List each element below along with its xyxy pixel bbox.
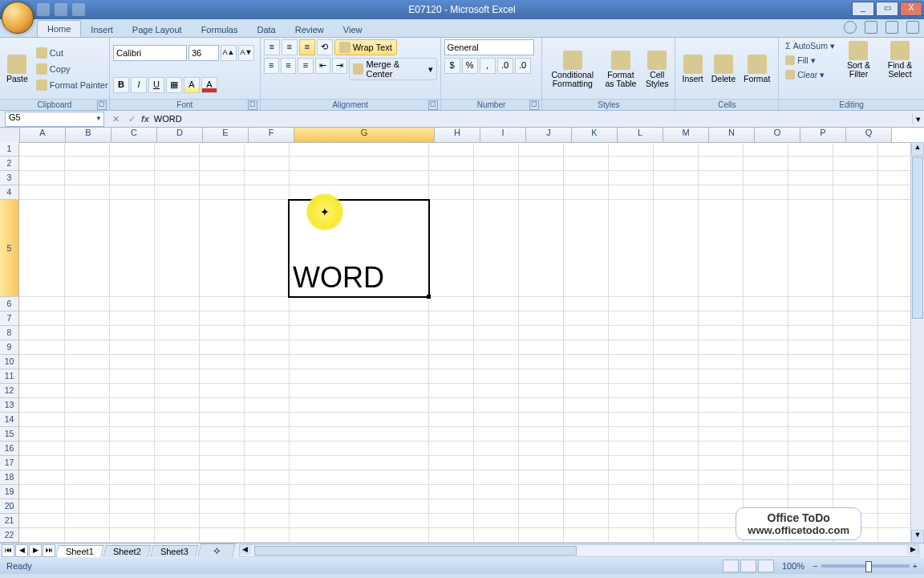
zoom-out-button[interactable]: −	[813, 561, 817, 571]
col-header-B[interactable]: B	[66, 128, 111, 142]
expand-formula-bar-button[interactable]: ▾	[912, 114, 924, 124]
font-name-input[interactable]	[113, 45, 187, 61]
col-header-I[interactable]: I	[480, 128, 526, 142]
row-header-20[interactable]: 20	[0, 499, 19, 514]
dialog-launcher-icon[interactable]: ▢	[97, 100, 107, 110]
close-button[interactable]: X	[900, 2, 922, 16]
shrink-font-button[interactable]: A▼	[238, 45, 254, 61]
percent-button[interactable]: %	[462, 58, 478, 74]
row-header-2[interactable]: 2	[0, 157, 19, 171]
hscroll-thumb[interactable]	[254, 546, 577, 556]
dialog-launcher-icon[interactable]: ▢	[529, 100, 539, 110]
view-normal-button[interactable]	[723, 560, 739, 572]
fx-icon[interactable]: fx	[141, 114, 149, 124]
comma-button[interactable]: ,	[480, 58, 496, 74]
accept-formula-button[interactable]: ✓	[125, 114, 138, 124]
row-header-4[interactable]: 4	[0, 185, 19, 200]
cell-styles-button[interactable]: Cell Styles	[642, 49, 672, 90]
qat-save-icon[interactable]	[37, 3, 50, 16]
name-box[interactable]: G5▼	[5, 112, 104, 127]
row-header-18[interactable]: 18	[0, 470, 19, 485]
scroll-up-button[interactable]: ▲	[911, 142, 924, 156]
align-bottom-button[interactable]: ≡	[299, 39, 315, 55]
row-header-16[interactable]: 16	[0, 442, 19, 456]
row-header-19[interactable]: 19	[0, 485, 19, 499]
row-header-6[interactable]: 6	[0, 297, 19, 311]
sheet-nav-next[interactable]: ▶	[29, 544, 42, 557]
delete-cell-button[interactable]: Delete	[708, 53, 739, 85]
office-button[interactable]	[2, 2, 34, 34]
row-header-22[interactable]: 22	[0, 528, 19, 543]
col-header-O[interactable]: O	[755, 128, 800, 142]
italic-button[interactable]: I	[131, 77, 147, 93]
currency-button[interactable]: $	[444, 58, 460, 74]
col-header-F[interactable]: F	[249, 128, 294, 142]
wrap-text-button[interactable]: Wrap Text	[334, 39, 397, 55]
align-right-button[interactable]: ≡	[298, 58, 313, 74]
help-icon[interactable]	[844, 21, 857, 34]
row-header-11[interactable]: 11	[0, 369, 19, 384]
align-top-button[interactable]: ≡	[264, 39, 280, 55]
number-format-select[interactable]	[444, 39, 534, 55]
new-sheet-button[interactable]: ✧	[197, 543, 236, 558]
cut-button[interactable]: Cut	[33, 46, 111, 60]
paste-button[interactable]: Paste	[3, 53, 31, 85]
font-size-input[interactable]	[188, 45, 219, 61]
sheet-tab-1[interactable]: Sheet1	[55, 545, 103, 557]
row-header-17[interactable]: 17	[0, 456, 19, 470]
chevron-down-icon[interactable]: ▼	[95, 115, 102, 122]
zoom-thumb[interactable]	[865, 561, 872, 572]
find-select-button[interactable]: Find & Select	[879, 39, 921, 80]
scroll-down-button[interactable]: ▼	[911, 530, 924, 543]
vertical-scrollbar[interactable]: ▲ ▼	[910, 142, 924, 543]
tab-data[interactable]: Data	[247, 22, 285, 37]
col-header-A[interactable]: A	[20, 128, 66, 142]
col-header-D[interactable]: D	[157, 128, 203, 142]
qat-redo-icon[interactable]	[72, 3, 85, 16]
restore-workbook-icon[interactable]	[886, 21, 898, 34]
row-header-10[interactable]: 10	[0, 355, 19, 369]
align-left-button[interactable]: ≡	[264, 58, 279, 74]
orientation-button[interactable]: ⟲	[317, 39, 333, 55]
scroll-right-button[interactable]: ▶	[907, 545, 918, 555]
row-header-15[interactable]: 15	[0, 427, 19, 442]
qat-undo-icon[interactable]	[55, 3, 67, 16]
sort-filter-button[interactable]: Sort & Filter	[840, 39, 877, 80]
tab-page-layout[interactable]: Page Layout	[123, 22, 192, 37]
col-header-H[interactable]: H	[435, 128, 480, 142]
clear-button[interactable]: Clear ▾	[782, 68, 838, 81]
col-header-J[interactable]: J	[526, 128, 572, 142]
zoom-slider[interactable]	[821, 564, 910, 568]
underline-button[interactable]: U	[148, 77, 164, 93]
view-pagebreak-button[interactable]	[758, 560, 774, 572]
zoom-level[interactable]: 100%	[782, 561, 804, 571]
merge-center-button[interactable]: Merge & Center ▾	[349, 58, 437, 80]
row-header-5[interactable]: 5	[0, 200, 19, 297]
sheet-nav-prev[interactable]: ◀	[15, 544, 28, 557]
scroll-left-button[interactable]: ◀	[240, 545, 251, 555]
grow-font-button[interactable]: A▲	[221, 45, 237, 61]
col-header-K[interactable]: K	[572, 128, 618, 142]
col-header-M[interactable]: M	[663, 128, 709, 142]
sheet-nav-last[interactable]: ⏭	[43, 544, 55, 557]
vscroll-thumb[interactable]	[912, 157, 923, 319]
formula-input[interactable]: WORD	[149, 114, 912, 124]
tab-review[interactable]: Review	[286, 22, 334, 37]
format-as-table-button[interactable]: Format as Table	[601, 49, 641, 90]
format-cell-button[interactable]: Format	[740, 53, 773, 85]
row-header-8[interactable]: 8	[0, 326, 19, 340]
autosum-button[interactable]: ΣAutoSum ▾	[782, 39, 838, 52]
col-header-Q[interactable]: Q	[846, 128, 892, 142]
horizontal-scrollbar[interactable]: ◀ ▶	[239, 544, 919, 557]
indent-decrease-button[interactable]: ⇤	[315, 58, 330, 74]
row-header-7[interactable]: 7	[0, 311, 19, 326]
inc-decimal-button[interactable]: .0	[497, 58, 513, 74]
tab-insert[interactable]: Insert	[81, 22, 123, 37]
sheet-nav-first[interactable]: ⏮	[2, 544, 14, 557]
tab-view[interactable]: View	[334, 22, 372, 37]
col-header-N[interactable]: N	[709, 128, 755, 142]
conditional-formatting-button[interactable]: Conditional Formatting	[545, 49, 599, 90]
align-middle-button[interactable]: ≡	[282, 39, 298, 55]
maximize-button[interactable]: ▭	[876, 2, 898, 16]
fill-color-button[interactable]: A	[184, 77, 200, 93]
